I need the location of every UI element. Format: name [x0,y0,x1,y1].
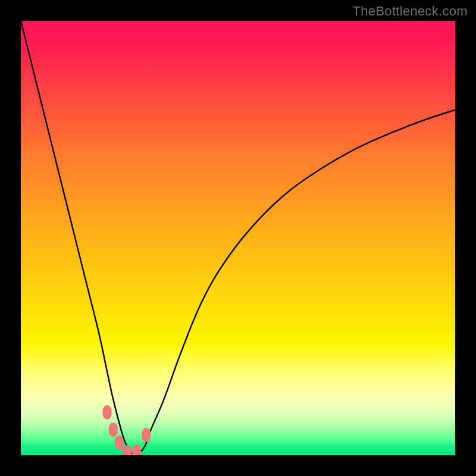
gradient-plot-area [21,21,455,455]
data-point-markers [21,21,455,455]
data-point-marker [103,405,112,419]
data-point-marker [109,422,118,437]
data-point-marker [132,444,141,455]
data-point-marker [123,445,131,455]
chart-frame: TheBottleneck.com [0,0,476,476]
data-point-marker [142,428,151,442]
data-point-marker [115,436,124,450]
watermark-text: TheBottleneck.com [353,4,468,19]
